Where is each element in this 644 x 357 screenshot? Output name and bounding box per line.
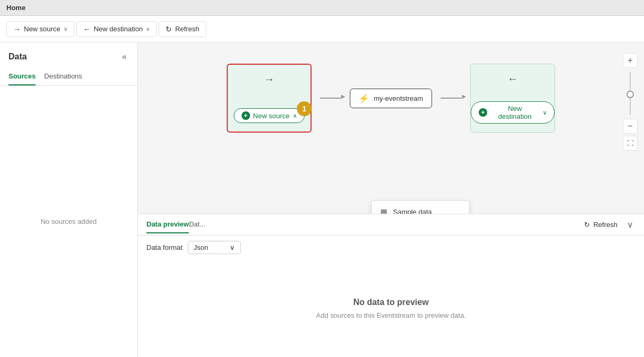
source-node-wrapper: → + New source ∧ 1 xyxy=(227,64,311,133)
new-source-button[interactable]: → New source ∨ xyxy=(6,21,74,37)
bottom-panel: Data preview Dat... ↻ Refresh ∨ Data for… xyxy=(138,214,644,357)
bottom-refresh-label: Refresh xyxy=(593,221,617,229)
title-bar: Home xyxy=(0,0,644,16)
source-node-icon: → xyxy=(264,73,274,85)
new-source-node-button[interactable]: + New source ∧ 1 xyxy=(233,108,305,123)
sidebar-title: Data xyxy=(8,52,27,62)
expand-panel-button[interactable]: ∨ xyxy=(625,217,636,232)
collapse-sidebar-button[interactable]: « xyxy=(120,50,129,64)
data-format-select[interactable]: Json ∨ xyxy=(188,241,241,254)
center-node-label: my-eventstream xyxy=(373,94,423,102)
tab-data-insights[interactable]: Dat... xyxy=(189,216,205,233)
zoom-controls: + − ⛶ xyxy=(623,53,638,151)
eventstream-icon: ⚡ xyxy=(359,93,369,103)
refresh-button[interactable]: ↻ Refresh xyxy=(159,21,206,37)
bottom-refresh-icon: ↻ xyxy=(584,221,590,229)
source-chevron: ∧ xyxy=(293,112,297,119)
zoom-slider-track xyxy=(630,72,631,115)
source-node: → + New source ∧ 1 xyxy=(227,64,311,133)
tab-data-preview[interactable]: Data preview xyxy=(146,216,189,233)
toolbar: → New source ∨ ← New destination ∨ ↻ Ref… xyxy=(0,16,644,42)
no-data-title: No data to preview xyxy=(353,298,429,307)
format-value: Json xyxy=(194,243,208,251)
sample-data-label: Sample data xyxy=(393,208,432,214)
plus-dest-icon: + xyxy=(479,108,488,117)
data-format-row: Data format Json ∨ xyxy=(138,236,644,259)
bottom-refresh-button[interactable]: ↻ Refresh xyxy=(580,219,622,231)
dest-chevron: ∨ xyxy=(543,109,547,116)
flow-container: → + New source ∧ 1 ⚡ xyxy=(227,64,555,133)
no-data-area: No data to preview Add sources to this E… xyxy=(138,259,644,357)
bottom-tabs-row: Data preview Dat... ↻ Refresh ∨ xyxy=(138,214,644,236)
arrow-right xyxy=(441,98,462,99)
zoom-slider-thumb[interactable] xyxy=(626,91,634,98)
sidebar-tab-destinations[interactable]: Destinations xyxy=(44,68,82,85)
refresh-label: Refresh xyxy=(175,25,199,33)
exit-icon: ← xyxy=(83,25,91,33)
dropdown-menu: ▦ Sample data ⊟ Azure Event Hub ⊡ Azure … xyxy=(371,201,469,214)
home-label: Home xyxy=(6,4,25,12)
canvas: → + New source ∧ 1 ⚡ xyxy=(138,42,644,214)
center-node: ⚡ my-eventstream xyxy=(350,89,432,108)
sidebar-empty-message: No sources added xyxy=(0,86,137,357)
sidebar-tab-sources[interactable]: Sources xyxy=(8,68,36,85)
new-source-node-label: New source xyxy=(253,112,290,120)
new-destination-label: New destination xyxy=(94,25,143,33)
arrow-left xyxy=(320,98,341,99)
menu-item-sample-data[interactable]: ▦ Sample data xyxy=(372,203,469,214)
zoom-in-button[interactable]: + xyxy=(623,53,638,68)
refresh-icon: ↻ xyxy=(166,25,172,33)
sidebar: Data « Sources Destinations No sources a… xyxy=(0,42,138,357)
new-destination-node-label: New destination xyxy=(491,105,539,120)
destination-node-icon: ← xyxy=(508,73,518,85)
sidebar-tabs: Sources Destinations xyxy=(0,68,137,86)
new-destination-button[interactable]: ← New destination ∨ xyxy=(76,21,157,37)
new-destination-node-button[interactable]: + New destination ∨ xyxy=(471,101,555,124)
data-format-label: Data format xyxy=(146,243,182,251)
new-source-label: New source xyxy=(24,25,60,33)
arrow-line-right xyxy=(441,98,462,99)
arrow-line-left xyxy=(320,98,341,99)
main-layout: Data « Sources Destinations No sources a… xyxy=(0,42,644,357)
no-data-subtitle: Add sources to this Eventstream to previ… xyxy=(316,311,466,319)
fit-view-button[interactable]: ⛶ xyxy=(623,136,638,151)
sample-data-icon: ▦ xyxy=(379,207,388,214)
plus-icon: + xyxy=(241,111,250,120)
step1-badge: 1 xyxy=(297,101,312,116)
sidebar-header: Data « xyxy=(0,42,137,68)
enter-icon: → xyxy=(13,25,21,33)
format-chevron-icon: ∨ xyxy=(230,243,235,251)
zoom-out-button[interactable]: − xyxy=(623,119,638,134)
new-source-chevron-icon: ∨ xyxy=(64,26,67,32)
new-destination-chevron-icon: ∨ xyxy=(146,26,150,32)
destination-node: ← + New destination ∨ xyxy=(471,64,555,133)
